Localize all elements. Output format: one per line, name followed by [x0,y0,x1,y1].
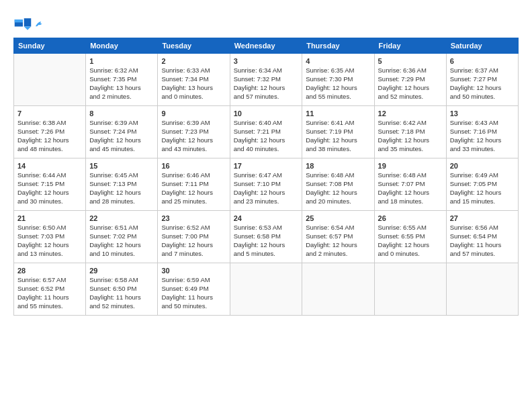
day-number: 11 [306,109,370,118]
calendar-cell: 15Sunrise: 6:45 AM Sunset: 7:13 PM Dayli… [86,158,158,211]
day-number: 27 [450,214,515,223]
calendar-header-thursday: Thursday [302,38,374,54]
calendar-cell: 13Sunrise: 6:43 AM Sunset: 7:16 PM Dayli… [446,106,518,158]
day-info: Sunrise: 6:43 AM Sunset: 7:16 PM Dayligh… [450,119,515,153]
calendar-table: SundayMondayTuesdayWednesdayThursdayFrid… [13,38,519,316]
calendar-cell: 6Sunrise: 6:37 AM Sunset: 7:27 PM Daylig… [446,54,518,106]
calendar-cell: 29Sunrise: 6:58 AM Sunset: 6:50 PM Dayli… [86,263,158,316]
day-number: 30 [161,266,226,275]
calendar-cell [446,263,518,316]
calendar-cell: 4Sunrise: 6:35 AM Sunset: 7:30 PM Daylig… [302,54,374,106]
day-number: 28 [17,266,82,275]
calendar-cell: 9Sunrise: 6:39 AM Sunset: 7:23 PM Daylig… [158,106,230,158]
day-number: 6 [450,56,515,66]
calendar-cell: 10Sunrise: 6:40 AM Sunset: 7:21 PM Dayli… [230,106,302,158]
svg-rect-4 [15,19,23,22]
day-info: Sunrise: 6:45 AM Sunset: 7:13 PM Dayligh… [89,171,154,205]
calendar-cell: 26Sunrise: 6:55 AM Sunset: 6:55 PM Dayli… [374,211,446,263]
day-info: Sunrise: 6:46 AM Sunset: 7:11 PM Dayligh… [161,171,226,205]
calendar-week-row: 14Sunrise: 6:44 AM Sunset: 7:15 PM Dayli… [14,158,519,211]
calendar-cell: 17Sunrise: 6:47 AM Sunset: 7:10 PM Dayli… [230,158,302,211]
day-info: Sunrise: 6:55 AM Sunset: 6:55 PM Dayligh… [378,224,443,258]
calendar-cell: 28Sunrise: 6:57 AM Sunset: 6:52 PM Dayli… [14,263,86,316]
calendar-cell: 19Sunrise: 6:48 AM Sunset: 7:07 PM Dayli… [374,158,446,211]
calendar-cell: 14Sunrise: 6:44 AM Sunset: 7:15 PM Dayli… [14,158,86,211]
calendar-cell [14,54,86,106]
calendar-cell: 23Sunrise: 6:52 AM Sunset: 7:00 PM Dayli… [158,211,230,263]
calendar-cell: 16Sunrise: 6:46 AM Sunset: 7:11 PM Dayli… [158,158,230,211]
calendar-header-saturday: Saturday [446,38,518,54]
day-number: 18 [306,161,370,171]
logo [13,15,44,34]
calendar-week-row: 28Sunrise: 6:57 AM Sunset: 6:52 PM Dayli… [14,263,519,316]
calendar-header-friday: Friday [374,38,446,54]
calendar-cell: 8Sunrise: 6:39 AM Sunset: 7:24 PM Daylig… [86,106,158,158]
day-info: Sunrise: 6:37 AM Sunset: 7:27 PM Dayligh… [450,66,515,101]
day-info: Sunrise: 6:32 AM Sunset: 7:35 PM Dayligh… [89,66,154,101]
day-number: 14 [17,161,82,171]
day-number: 22 [89,214,154,223]
calendar-cell: 12Sunrise: 6:42 AM Sunset: 7:18 PM Dayli… [374,106,446,158]
day-number: 10 [234,109,299,118]
calendar-header-sunday: Sunday [14,38,86,54]
calendar-cell: 24Sunrise: 6:53 AM Sunset: 6:58 PM Dayli… [230,211,302,263]
calendar-header-row: SundayMondayTuesdayWednesdayThursdayFrid… [14,38,519,54]
calendar-cell: 20Sunrise: 6:49 AM Sunset: 7:05 PM Dayli… [446,158,518,211]
day-number: 4 [306,56,370,66]
calendar-week-row: 7Sunrise: 6:38 AM Sunset: 7:26 PM Daylig… [14,106,519,158]
calendar-header-tuesday: Tuesday [158,38,230,54]
day-number: 12 [378,109,443,118]
day-number: 9 [161,109,226,118]
day-info: Sunrise: 6:38 AM Sunset: 7:26 PM Dayligh… [17,119,82,153]
logo-icon [13,15,32,34]
day-info: Sunrise: 6:49 AM Sunset: 7:05 PM Dayligh… [450,171,515,205]
calendar-cell: 21Sunrise: 6:50 AM Sunset: 7:03 PM Dayli… [14,211,86,263]
calendar-cell: 2Sunrise: 6:33 AM Sunset: 7:34 PM Daylig… [158,54,230,106]
day-info: Sunrise: 6:36 AM Sunset: 7:29 PM Dayligh… [378,66,443,101]
calendar-cell [374,263,446,316]
day-number: 23 [161,214,226,223]
calendar-cell: 1Sunrise: 6:32 AM Sunset: 7:35 PM Daylig… [86,54,158,106]
day-number: 21 [17,214,82,223]
svg-marker-1 [24,18,32,26]
day-info: Sunrise: 6:48 AM Sunset: 7:08 PM Dayligh… [306,171,370,205]
day-info: Sunrise: 6:48 AM Sunset: 7:07 PM Dayligh… [378,171,443,205]
day-number: 24 [234,214,299,223]
calendar-week-row: 21Sunrise: 6:50 AM Sunset: 7:03 PM Dayli… [14,211,519,263]
day-info: Sunrise: 6:34 AM Sunset: 7:32 PM Dayligh… [234,66,299,101]
day-number: 17 [234,161,299,171]
day-number: 15 [89,161,154,171]
day-info: Sunrise: 6:51 AM Sunset: 7:02 PM Dayligh… [89,224,154,258]
calendar-header-wednesday: Wednesday [230,38,302,54]
day-number: 2 [161,56,226,66]
logo-bird-icon [34,19,44,29]
calendar-cell: 27Sunrise: 6:56 AM Sunset: 6:54 PM Dayli… [446,211,518,263]
day-info: Sunrise: 6:54 AM Sunset: 6:57 PM Dayligh… [306,224,370,258]
day-info: Sunrise: 6:42 AM Sunset: 7:18 PM Dayligh… [378,119,443,153]
day-number: 25 [306,214,370,223]
day-number: 5 [378,56,443,66]
day-number: 13 [450,109,515,118]
calendar-cell: 30Sunrise: 6:59 AM Sunset: 6:49 PM Dayli… [158,263,230,316]
calendar-cell: 3Sunrise: 6:34 AM Sunset: 7:32 PM Daylig… [230,54,302,106]
day-info: Sunrise: 6:59 AM Sunset: 6:49 PM Dayligh… [161,276,226,310]
day-info: Sunrise: 6:39 AM Sunset: 7:23 PM Dayligh… [161,119,226,153]
calendar-header-monday: Monday [86,38,158,54]
day-info: Sunrise: 6:52 AM Sunset: 7:00 PM Dayligh… [161,224,226,258]
day-info: Sunrise: 6:39 AM Sunset: 7:24 PM Dayligh… [89,119,154,153]
day-number: 3 [234,56,299,66]
day-number: 20 [450,161,515,171]
day-info: Sunrise: 6:50 AM Sunset: 7:03 PM Dayligh… [17,224,82,258]
calendar-cell [302,263,374,316]
calendar-week-row: 1Sunrise: 6:32 AM Sunset: 7:35 PM Daylig… [14,54,519,106]
header [13,12,519,34]
day-number: 29 [89,266,154,275]
day-number: 8 [89,109,154,118]
day-info: Sunrise: 6:44 AM Sunset: 7:15 PM Dayligh… [17,171,82,205]
day-number: 1 [89,56,154,66]
calendar-cell: 25Sunrise: 6:54 AM Sunset: 6:57 PM Dayli… [302,211,374,263]
day-number: 26 [378,214,443,223]
calendar-cell [230,263,302,316]
day-info: Sunrise: 6:47 AM Sunset: 7:10 PM Dayligh… [234,171,299,205]
day-info: Sunrise: 6:58 AM Sunset: 6:50 PM Dayligh… [89,276,154,310]
